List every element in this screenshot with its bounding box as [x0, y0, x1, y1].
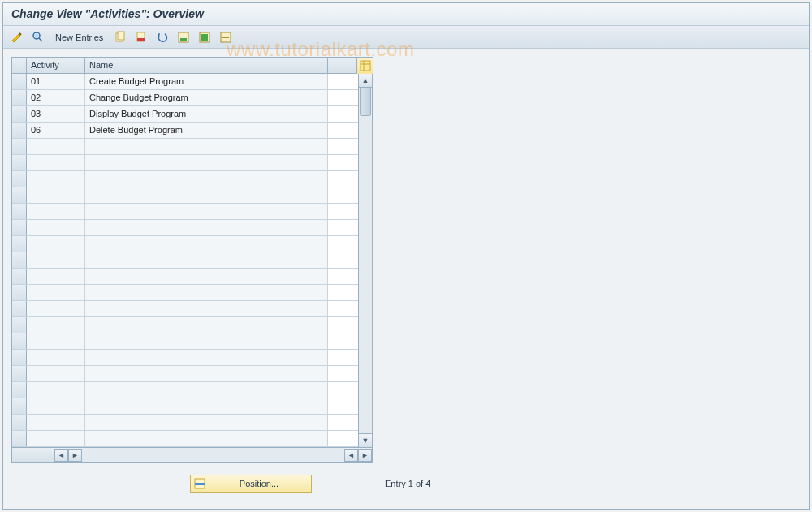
row-selector[interactable]: [12, 106, 27, 122]
cell-activity[interactable]: [27, 382, 85, 398]
row-selector[interactable]: [12, 220, 27, 235]
scroll-down-icon[interactable]: ▼: [359, 433, 372, 447]
row-selector[interactable]: [12, 333, 27, 349]
cell-name[interactable]: [85, 139, 328, 154]
row-selector[interactable]: [12, 382, 27, 398]
cell-activity[interactable]: 03: [27, 106, 85, 122]
hscroll-right2-icon[interactable]: ►: [358, 449, 372, 462]
vertical-scrollbar[interactable]: ▲ ▼: [358, 74, 372, 447]
undo-icon[interactable]: [153, 29, 171, 45]
display-change-toggle-icon[interactable]: [8, 29, 26, 45]
cell-name[interactable]: [85, 398, 328, 414]
cell-activity[interactable]: [27, 415, 85, 430]
cell-name[interactable]: [85, 269, 328, 284]
cell-activity[interactable]: [27, 398, 85, 414]
table-settings-icon[interactable]: [356, 58, 373, 74]
find-icon[interactable]: [29, 29, 47, 45]
cell-activity[interactable]: [27, 220, 85, 235]
cell-name[interactable]: [85, 431, 328, 446]
cell-name[interactable]: [85, 382, 328, 398]
cell-activity[interactable]: 02: [27, 90, 85, 105]
row-selector[interactable]: [12, 204, 27, 219]
scroll-thumb[interactable]: [360, 88, 371, 116]
row-selector[interactable]: [12, 317, 27, 333]
cell-activity[interactable]: [27, 236, 85, 252]
cell-name[interactable]: [85, 187, 328, 203]
cell-name[interactable]: [85, 317, 328, 333]
cell-activity[interactable]: [27, 139, 85, 154]
cell-activity[interactable]: [27, 171, 85, 187]
cell-activity[interactable]: 06: [27, 123, 85, 138]
cell-name[interactable]: [85, 285, 328, 300]
cell-name[interactable]: [85, 415, 328, 430]
cell-activity[interactable]: [27, 431, 85, 446]
table-row-empty: [12, 301, 358, 317]
row-selector[interactable]: [12, 415, 27, 430]
cell-activity[interactable]: [27, 269, 85, 284]
cell-name[interactable]: Create Budget Program: [85, 74, 328, 89]
row-selector[interactable]: [12, 285, 27, 300]
cell-name[interactable]: [85, 366, 328, 381]
cell-name[interactable]: Change Budget Program: [85, 90, 328, 105]
row-selector[interactable]: [12, 252, 27, 268]
row-selector-header[interactable]: [12, 58, 27, 73]
cell-name[interactable]: Display Budget Program: [85, 106, 328, 122]
row-selector[interactable]: [12, 90, 27, 105]
cell-activity[interactable]: [27, 252, 85, 268]
position-button[interactable]: Position...: [190, 475, 312, 493]
cell-activity[interactable]: [27, 204, 85, 219]
cell-name[interactable]: [85, 204, 328, 219]
cell-activity[interactable]: [27, 187, 85, 203]
hscroll-left2-icon[interactable]: ◄: [344, 449, 358, 462]
row-selector[interactable]: [12, 187, 27, 203]
cell-name[interactable]: [85, 155, 328, 170]
row-selector[interactable]: [12, 350, 27, 365]
copy-icon[interactable]: [111, 29, 129, 45]
delete-icon[interactable]: [132, 29, 150, 45]
cell-activity[interactable]: [27, 317, 85, 333]
scroll-track[interactable]: [359, 88, 372, 433]
cell-name[interactable]: [85, 333, 328, 349]
row-selector[interactable]: [12, 171, 27, 187]
row-selector[interactable]: [12, 366, 27, 381]
save-icon[interactable]: [175, 29, 192, 45]
scroll-up-icon[interactable]: ▲: [359, 74, 372, 88]
row-selector[interactable]: [12, 139, 27, 154]
content-area: Activity Name 01Create Budget Program02C…: [3, 49, 809, 471]
cell-activity[interactable]: [27, 155, 85, 170]
cell-activity[interactable]: [27, 333, 85, 349]
table-row: 01Create Budget Program: [12, 74, 358, 90]
column-header-activity[interactable]: Activity: [27, 58, 85, 73]
cell-name[interactable]: Delete Budget Program: [85, 123, 328, 138]
select-all-icon[interactable]: [196, 29, 214, 45]
cell-name[interactable]: [85, 220, 328, 235]
row-selector[interactable]: [12, 123, 27, 138]
hscroll-right-icon[interactable]: ►: [68, 449, 82, 462]
row-selector[interactable]: [12, 74, 27, 89]
row-selector[interactable]: [12, 301, 27, 316]
row-selector[interactable]: [12, 236, 27, 252]
horizontal-scrollbar: ◄ ► ◄ ►: [12, 447, 372, 462]
cell-activity[interactable]: [27, 350, 85, 365]
cell-activity[interactable]: [27, 366, 85, 381]
table-row-empty: [12, 204, 358, 220]
cell-name[interactable]: [85, 236, 328, 252]
hscroll-left-icon[interactable]: ◄: [54, 449, 68, 462]
row-selector[interactable]: [12, 155, 27, 170]
cell-activity[interactable]: [27, 285, 85, 300]
new-entries-button[interactable]: New Entries: [50, 31, 108, 44]
cell-name[interactable]: [85, 252, 328, 268]
cell-name[interactable]: [85, 301, 328, 316]
cell-activity[interactable]: 01: [27, 74, 85, 89]
hscroll-track[interactable]: [82, 448, 344, 462]
cell-activity[interactable]: [27, 301, 85, 316]
row-selector[interactable]: [12, 431, 27, 446]
deselect-all-icon[interactable]: [217, 29, 235, 45]
row-selector[interactable]: [12, 269, 27, 284]
cell-name[interactable]: [85, 350, 328, 365]
row-selector[interactable]: [12, 398, 27, 414]
table-row: 03Display Budget Program: [12, 106, 358, 123]
cell-name[interactable]: [85, 171, 328, 187]
column-header-name[interactable]: Name: [85, 58, 328, 73]
table-row-empty: [12, 415, 358, 431]
